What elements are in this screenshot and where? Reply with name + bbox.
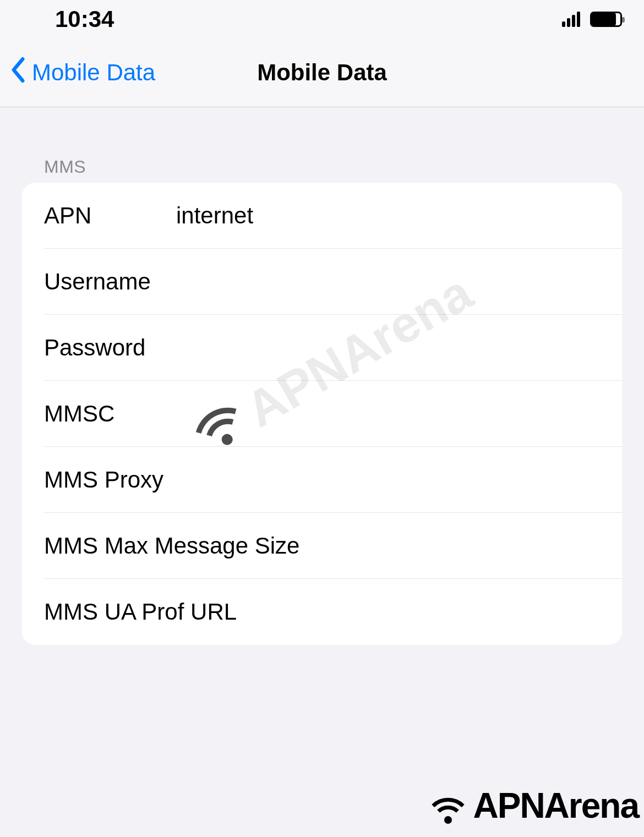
status-bar: 10:34 — [0, 0, 644, 39]
section-header-mms: MMS — [44, 157, 644, 177]
username-label: Username — [44, 269, 176, 295]
mmsc-label: MMSC — [44, 401, 176, 427]
wifi-icon — [423, 785, 473, 826]
mms-max-size-label: MMS Max Message Size — [44, 533, 299, 559]
back-button[interactable]: Mobile Data — [10, 57, 155, 88]
mms-ua-prof-input[interactable] — [237, 599, 600, 625]
username-row[interactable]: Username — [22, 249, 622, 315]
password-input[interactable] — [176, 335, 600, 361]
mms-proxy-label: MMS Proxy — [44, 467, 163, 493]
battery-icon — [590, 12, 622, 27]
password-row[interactable]: Password — [22, 315, 622, 381]
mms-proxy-input[interactable] — [163, 467, 600, 493]
mms-settings-group: APN Username Password MMSC MMS Proxy MMS… — [22, 183, 622, 645]
mmsc-row[interactable]: MMSC — [22, 381, 622, 447]
back-label: Mobile Data — [32, 59, 155, 86]
password-label: Password — [44, 335, 176, 361]
page-title: Mobile Data — [257, 59, 387, 86]
mmsc-input[interactable] — [176, 401, 600, 427]
chevron-left-icon — [10, 57, 26, 88]
apn-row[interactable]: APN — [22, 183, 622, 249]
mms-max-size-input[interactable] — [299, 533, 600, 559]
apn-label: APN — [44, 203, 176, 229]
status-indicators — [562, 12, 622, 27]
mms-max-size-row[interactable]: MMS Max Message Size — [22, 513, 622, 579]
username-input[interactable] — [176, 269, 600, 295]
brand-footer: APNArena — [423, 785, 638, 826]
mms-proxy-row[interactable]: MMS Proxy — [22, 447, 622, 513]
mms-ua-prof-row[interactable]: MMS UA Prof URL — [22, 579, 622, 645]
status-time: 10:34 — [55, 6, 114, 32]
brand-text: APNArena — [473, 785, 638, 826]
apn-input[interactable] — [176, 203, 600, 229]
mms-ua-prof-label: MMS UA Prof URL — [44, 599, 237, 625]
navigation-bar: Mobile Data Mobile Data — [0, 39, 644, 107]
cellular-signal-icon — [562, 12, 580, 27]
